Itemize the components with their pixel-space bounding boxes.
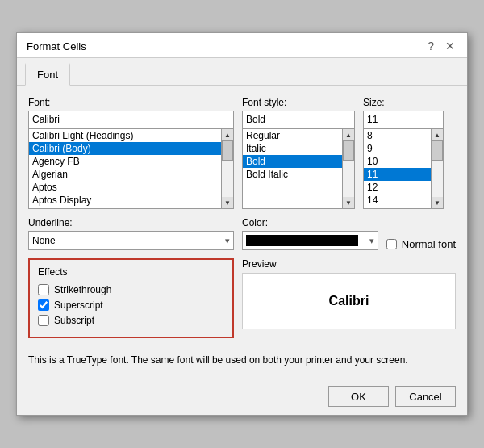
list-item[interactable]: 12: [364, 181, 431, 194]
list-item-selected[interactable]: Bold: [243, 155, 342, 168]
help-button[interactable]: ?: [425, 40, 436, 52]
effects-section: Effects Strikethrough Superscript Subscr…: [28, 258, 234, 338]
scroll-thumb[interactable]: [432, 140, 443, 161]
list-item-selected[interactable]: 11: [364, 168, 431, 181]
superscript-row: Superscript: [38, 299, 224, 311]
size-list-wrapper: 8 9 10 11 12 14 ▲ ▼: [363, 128, 444, 209]
title-bar: Format Cells ? ✕: [17, 33, 467, 58]
font-list-scrollbar[interactable]: ▲ ▼: [221, 128, 234, 209]
color-column: Color:: [242, 217, 378, 250]
font-input[interactable]: [28, 111, 234, 128]
button-row: OK Cancel: [28, 379, 456, 407]
list-item[interactable]: Bold Italic: [243, 168, 342, 181]
size-label: Size:: [363, 97, 444, 108]
style-list-wrapper: Regular Italic Bold Bold Italic ▲ ▼: [242, 128, 355, 209]
list-item-selected[interactable]: Calibri (Body): [29, 142, 221, 155]
subscript-row: Subscript: [38, 315, 224, 326]
superscript-label: Superscript: [54, 299, 103, 311]
scroll-up-arrow[interactable]: ▲: [222, 129, 233, 140]
scroll-down-arrow[interactable]: ▼: [432, 197, 443, 208]
list-item[interactable]: Aptos: [29, 181, 221, 194]
preview-section: Preview Calibri: [242, 258, 456, 338]
size-input[interactable]: [363, 111, 444, 128]
preview-box: Calibri: [242, 273, 456, 329]
color-swatch: [246, 235, 358, 246]
style-list-scrollbar[interactable]: ▲ ▼: [342, 128, 355, 209]
color-button[interactable]: [242, 231, 378, 250]
scroll-down-arrow[interactable]: ▼: [222, 197, 233, 208]
style-input[interactable]: [242, 111, 355, 128]
effects-preview-row: Effects Strikethrough Superscript Subscr…: [28, 258, 456, 338]
list-item[interactable]: Regular: [243, 129, 342, 142]
list-item[interactable]: 8: [364, 129, 431, 142]
info-text: This is a TrueType font. The same font w…: [28, 346, 456, 379]
font-column: Font: Calibri Light (Headings) Calibri (…: [28, 97, 234, 209]
style-label: Font style:: [242, 97, 355, 108]
ok-button[interactable]: OK: [328, 386, 389, 407]
dialog-title: Format Cells: [27, 40, 86, 52]
scroll-down-arrow[interactable]: ▼: [343, 197, 354, 208]
style-list[interactable]: Regular Italic Bold Bold Italic: [242, 128, 342, 209]
effects-title: Effects: [38, 266, 224, 278]
strikethrough-row: Strikethrough: [38, 284, 224, 295]
scroll-up-arrow[interactable]: ▲: [343, 129, 354, 140]
list-item[interactable]: 10: [364, 155, 431, 168]
underline-select-wrapper: None Single Double Single Accounting Dou…: [28, 231, 234, 250]
list-item[interactable]: Calibri Light (Headings): [29, 129, 221, 142]
title-bar-controls: ? ✕: [425, 40, 457, 52]
scroll-up-arrow[interactable]: ▲: [432, 129, 443, 140]
color-swatch-wrapper: [242, 231, 378, 250]
superscript-checkbox[interactable]: [38, 299, 49, 311]
preview-label: Preview: [242, 258, 456, 270]
style-column: Font style: Regular Italic Bold Bold Ita…: [242, 97, 355, 209]
list-item[interactable]: Italic: [243, 142, 342, 155]
scroll-track: [222, 140, 233, 197]
normal-font-column: Normal font: [386, 224, 456, 250]
list-item[interactable]: Algerian: [29, 168, 221, 181]
scroll-track: [432, 140, 443, 197]
top-row: Font: Calibri Light (Headings) Calibri (…: [28, 97, 456, 209]
underline-label: Underline:: [28, 217, 234, 228]
cancel-button[interactable]: Cancel: [395, 386, 456, 407]
subscript-checkbox[interactable]: [38, 315, 49, 326]
list-item[interactable]: 9: [364, 142, 431, 155]
size-list-scrollbar[interactable]: ▲ ▼: [431, 128, 444, 209]
size-column: Size: 8 9 10 11 12 14 ▲: [363, 97, 444, 209]
size-list[interactable]: 8 9 10 11 12 14: [363, 128, 431, 209]
tab-bar: Font: [17, 58, 467, 86]
strikethrough-label: Strikethrough: [54, 284, 111, 295]
scroll-track: [343, 140, 354, 197]
underline-color-row: Underline: None Single Double Single Acc…: [28, 217, 456, 250]
dialog-body: Font: Calibri Light (Headings) Calibri (…: [17, 86, 467, 415]
strikethrough-checkbox[interactable]: [38, 284, 49, 295]
list-item[interactable]: 14: [364, 194, 431, 207]
color-label: Color:: [242, 217, 378, 228]
preview-text: Calibri: [329, 294, 369, 308]
normal-font-checkbox[interactable]: [386, 239, 397, 249]
subscript-label: Subscript: [54, 315, 94, 326]
list-item[interactable]: Agency FB: [29, 155, 221, 168]
font-list[interactable]: Calibri Light (Headings) Calibri (Body) …: [28, 128, 221, 209]
normal-font-label: Normal font: [402, 238, 456, 250]
scroll-thumb[interactable]: [222, 140, 233, 161]
underline-column: Underline: None Single Double Single Acc…: [28, 217, 234, 250]
close-button[interactable]: ✕: [443, 40, 457, 52]
font-list-wrapper: Calibri Light (Headings) Calibri (Body) …: [28, 128, 234, 209]
scroll-thumb[interactable]: [343, 140, 354, 161]
tab-font[interactable]: Font: [25, 63, 70, 86]
format-cells-dialog: Format Cells ? ✕ Font Font: Calibri Ligh…: [16, 32, 468, 416]
font-label: Font:: [28, 97, 234, 108]
list-item[interactable]: Aptos Display: [29, 194, 221, 207]
underline-select[interactable]: None Single Double Single Accounting Dou…: [28, 231, 234, 250]
